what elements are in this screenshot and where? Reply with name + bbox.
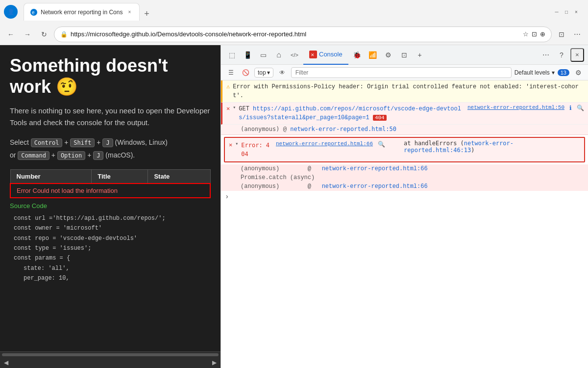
page-heading: Something doesn't work 🤨 [10, 55, 211, 97]
code-line-3: const repo = 'vscode-edge-devtools' [14, 234, 211, 243]
levels-arrow-icon: ▾ [552, 69, 555, 76]
sidebar-toggle-icon[interactable]: ⊡ [555, 27, 568, 41]
anon-link-2[interactable]: network-error-reported.html:66 [322, 165, 428, 172]
address-bar[interactable]: 🔒 https://microsoftedge.github.io/Demos/… [54, 26, 552, 42]
search-icon-2[interactable]: 🔍 [378, 141, 385, 148]
more-tools-button[interactable]: ⊡ [397, 48, 411, 62]
add-tab-button[interactable]: + [413, 48, 427, 62]
scrollbar-area[interactable] [0, 351, 220, 357]
context-selector[interactable]: top ▾ [254, 68, 273, 78]
error-icon-2: ✕ [229, 141, 232, 149]
expand-arrow-2[interactable]: ▾ [235, 141, 238, 147]
get-error-location[interactable]: network-error-reported.html:50 [467, 105, 564, 110]
back-button[interactable]: ← [4, 27, 18, 41]
sidebar-toggle-button[interactable]: ☰ [225, 67, 237, 79]
tab-close-button[interactable]: × [125, 8, 133, 16]
error-row: Error Could not load the information [10, 184, 210, 198]
console-message-error-highlight: ✕ ▾ Error: 404 network-error-reported.ht… [224, 137, 585, 162]
console-settings-icon[interactable]: ⚙ [572, 67, 584, 79]
anon-line-1: (anonymous) @ network-error-reported.htm… [221, 125, 588, 135]
devtools-panel: ⬚ 📱 ▭ ⌂ </> ✕ Console 🐞 📶 ⚙ ⊡ + ⋯ ? × [220, 45, 588, 368]
handle-errors-link[interactable]: network-error-reported.html:46:13 [404, 140, 514, 154]
keyboard-hint: Select Control + Shift + J (Windows, Lin… [10, 136, 211, 161]
error-404-text: Error: 404 [241, 141, 273, 158]
expand-more-button[interactable]: › [221, 191, 588, 203]
elements-tab[interactable]: ▭ [256, 48, 270, 62]
close-window-button[interactable]: × [572, 8, 580, 16]
help-button[interactable]: ? [555, 48, 568, 62]
home-tab[interactable]: ⌂ [272, 48, 286, 62]
anon-link-3[interactable]: network-error-reported.html:66 [322, 183, 428, 190]
code-line-6: state: 'all', [14, 263, 211, 273]
log-levels-selector[interactable]: Default levels ▾ [514, 69, 555, 76]
clear-console-button[interactable]: 🚫 [240, 67, 251, 79]
maximize-button[interactable]: □ [563, 8, 570, 16]
console-filter-bar: ☰ 🚫 top ▾ 👁 Default levels ▾ 13 ⚙ [221, 65, 588, 80]
minimize-button[interactable]: ─ [553, 8, 561, 16]
title-bar: 👤 e Network error reporting in Cons × + … [0, 0, 588, 24]
code-line-2: const owner = 'microsoft' [14, 223, 211, 233]
option-key: Option [57, 151, 85, 160]
code-line-5: const params = { [14, 253, 211, 263]
overflow-menu-button[interactable]: ⋯ [539, 48, 553, 62]
console-tab-label: Console [319, 51, 343, 58]
split-icon[interactable]: ⊡ [532, 30, 537, 38]
error-404-badge: 404 [373, 115, 387, 121]
scrollbar-track[interactable] [2, 353, 219, 356]
error-location-2[interactable]: network-error-reported.html:66 [276, 141, 373, 147]
expand-arrow-1[interactable]: ▾ [233, 105, 236, 110]
levels-label: Default levels [514, 69, 550, 76]
web-page-panel: Something doesn't work 🤨 There is nothin… [0, 45, 220, 368]
profile-icon[interactable]: 👤 [4, 5, 18, 19]
devtools-toolbar: ⬚ 📱 ▭ ⌂ </> ✕ Console 🐞 📶 ⚙ ⊡ + ⋯ ? × [221, 45, 588, 65]
tab-favicon: e [30, 8, 38, 16]
left-arrow[interactable]: ◀ [4, 359, 8, 366]
macos-label: (macOS). [105, 151, 135, 159]
active-tab[interactable]: e Network error reporting in Cons × [24, 3, 140, 21]
source-code-section: Source Code const url ='https://api.gith… [10, 202, 211, 284]
context-label: top [258, 69, 266, 76]
shift-key: Shift [70, 138, 95, 147]
performance-tab[interactable]: 🐞 [350, 48, 364, 62]
get-url-link[interactable]: https://api.github.com/repos//microsoft/… [239, 105, 461, 121]
promise-catch-line: Promise.catch (async) [221, 173, 588, 182]
star-icon[interactable]: ☆ [523, 30, 529, 38]
svg-text:✕: ✕ [311, 53, 315, 57]
j-key-2: J [93, 151, 103, 160]
forward-button[interactable]: → [21, 27, 34, 41]
devtools-close-button[interactable]: × [570, 48, 584, 62]
network-tab[interactable]: 📶 [366, 48, 380, 62]
profile-browser-icon[interactable]: ⊕ [540, 30, 545, 38]
main-area: Something doesn't work 🤨 There is nothin… [0, 45, 588, 368]
live-expressions-button[interactable]: 👁 [276, 67, 288, 79]
code-block: const url ='https://api.github.com/repos… [10, 213, 211, 284]
select-text: Select [10, 138, 29, 146]
col-state: State [148, 169, 210, 184]
web-content: Something doesn't work 🤨 There is nothin… [0, 45, 220, 351]
or-label: or [10, 151, 16, 159]
sources-tab[interactable]: </> [288, 48, 301, 62]
anon-link-1[interactable]: network-error-reported.html:50 [290, 126, 396, 132]
tab-title: Network error reporting in Cons [41, 9, 122, 16]
nav-bar: ← → ↻ 🔒 https://microsoftedge.github.io/… [0, 24, 588, 45]
get-error-text: GET https://api.github.com/repos//micros… [239, 105, 465, 122]
svg-text:e: e [32, 10, 35, 15]
inspect-element-button[interactable]: ⬚ [225, 48, 239, 62]
console-message-get-error: ✕ ▾ GET https://api.github.com/repos//mi… [221, 103, 588, 125]
message-count-badge: 13 [558, 69, 569, 76]
new-tab-button[interactable]: + [140, 7, 153, 21]
search-icon[interactable]: 🔍 [577, 105, 584, 112]
tab-bar: e Network error reporting in Cons × + [24, 3, 549, 21]
windows-linux-label: (Windows, Linux) [115, 138, 168, 146]
console-tab[interactable]: ✕ Console [303, 45, 348, 65]
refresh-button[interactable]: ↻ [37, 27, 51, 41]
settings-tab[interactable]: ⚙ [382, 48, 395, 62]
more-icon[interactable]: ⋯ [570, 27, 584, 41]
j-key: J [102, 138, 113, 147]
right-arrow[interactable]: ▶ [212, 359, 217, 366]
code-line-1: const url ='https://api.github.com/repos… [14, 213, 211, 223]
warning-text: Error with Permissions-Policy header: Or… [233, 82, 584, 100]
device-emulation-button[interactable]: 📱 [241, 48, 254, 62]
help-icon[interactable]: ℹ [569, 105, 572, 112]
console-filter-input[interactable] [291, 67, 512, 78]
